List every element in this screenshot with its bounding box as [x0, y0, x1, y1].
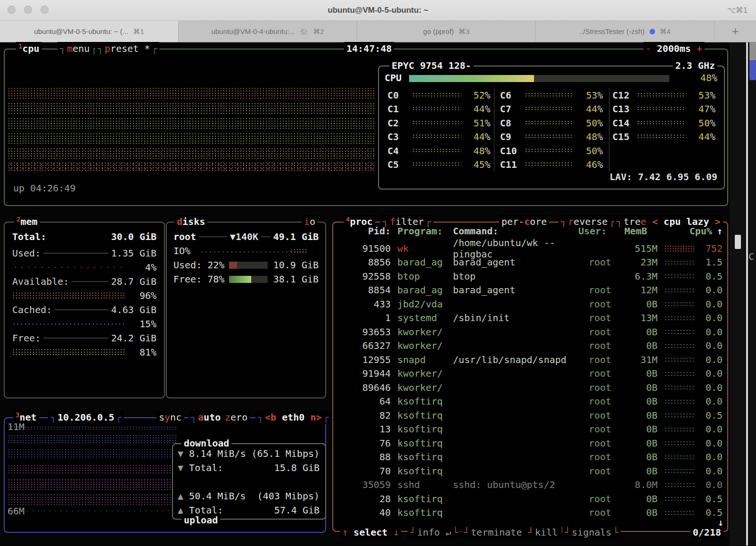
rate-increase-button[interactable]: + — [697, 43, 702, 54]
cpu-total-bar — [409, 75, 669, 82]
process-pid: 8856 — [338, 256, 391, 268]
process-row[interactable]: 12955snapd/usr/lib/snapd/snapdroot31M0.0 — [338, 353, 723, 367]
process-row[interactable]: 76ksoftirqroot0B0.0 — [338, 436, 723, 450]
core-id: C4 — [387, 145, 412, 157]
process-row[interactable]: 64ksoftirqroot0B0.0 — [338, 395, 723, 409]
new-tab-button[interactable]: + — [715, 21, 756, 42]
process-mem: 13M — [627, 312, 657, 323]
process-cpu-meter — [664, 427, 694, 432]
menu-button[interactable]: menu — [58, 42, 99, 55]
core-id: C9 — [500, 131, 525, 142]
cpu-graph-band — [8, 132, 375, 145]
process-pid: 88 — [338, 451, 391, 463]
process-row[interactable]: 82ksoftirqroot0B0.5 — [338, 408, 723, 422]
cpu-total-percent: 48% — [700, 72, 717, 83]
process-program: ksoftirq — [397, 396, 453, 407]
memory-entry-label: Available: — [12, 276, 69, 287]
core-usage-percent: 47% — [691, 103, 715, 115]
process-row[interactable]: 28ksoftirqroot0B0.5 — [338, 492, 723, 506]
core-id: C7 — [500, 103, 525, 115]
process-user: root — [589, 312, 627, 323]
core-id: C11 — [500, 159, 525, 170]
cpu-panel: 1cpu menu preset * 14:47:48 - 2000ms + u… — [4, 49, 728, 206]
scrollbar-thumb[interactable] — [735, 235, 741, 249]
process-mem: 8.0M — [627, 479, 657, 490]
process-mem: 0B — [627, 451, 657, 463]
cpu-graph-band — [8, 102, 375, 115]
core-usage-meter — [525, 134, 574, 140]
window-title: ubuntu@VM-0-5-ubuntu: ~ — [0, 6, 756, 15]
process-cpu: 0.0 — [698, 382, 723, 393]
col-cpu[interactable]: Cpu% — [688, 225, 712, 237]
process-pid: 12955 — [338, 354, 391, 365]
process-cpu: 0.0 — [698, 368, 723, 379]
col-command[interactable]: Command: — [453, 225, 578, 237]
sync-toggle[interactable]: sync — [156, 411, 184, 424]
process-table: 91500wk/home/ubuntu/wk --pingbac515M7528… — [338, 241, 723, 520]
process-program: snapd — [397, 354, 453, 365]
io-mode-button[interactable]: io — [302, 215, 318, 228]
process-mem: 0B — [627, 507, 657, 518]
tab-4[interactable]: ../StressTester (-zsh)⌘4 — [536, 21, 715, 42]
net-scale-bottom: 66M — [8, 505, 25, 517]
select-control[interactable]: ↑ select ↓ — [340, 526, 401, 539]
col-program[interactable]: Program: — [397, 225, 453, 237]
process-row[interactable]: 92558btopbtop6.3M0.5 — [338, 269, 723, 283]
process-row[interactable]: 93653kworker/root0B0.0 — [338, 325, 723, 339]
memory-entry-label-row: Free:24.2 GiB — [12, 331, 156, 345]
col-user[interactable]: User: — [578, 225, 617, 237]
process-pid: 13 — [338, 423, 391, 435]
process-row[interactable]: 89646kworker/root0B0.0 — [338, 381, 723, 395]
core-id: C5 — [387, 159, 412, 170]
next-device-button: n> — [310, 412, 321, 423]
core-grid-divider — [494, 88, 494, 172]
process-row[interactable]: 66327kworker/root0B0.0 — [338, 339, 723, 353]
tab-3[interactable]: go (pprof)⌘3 — [357, 21, 536, 42]
process-cpu: 0.0 — [698, 298, 723, 310]
col-pid[interactable]: Pid: — [338, 225, 391, 237]
network-device-switcher[interactable]: <b eth0 n> — [255, 411, 331, 424]
process-row[interactable]: 91500wk/home/ubuntu/wk --pingbac515M752 — [338, 241, 723, 256]
process-row[interactable]: 13ksoftirqroot0B0.0 — [338, 422, 723, 437]
core-row-c10: C1050% — [495, 144, 608, 158]
core-id: C2 — [387, 117, 412, 129]
minimize-window-button[interactable] — [24, 6, 32, 14]
process-row[interactable]: 35059sshdsshd: ubuntu@pts/28.0M0.0 — [338, 478, 723, 492]
kill-button[interactable]: kill — [526, 526, 567, 539]
rate-decrease-button[interactable]: - — [646, 43, 651, 54]
process-program: btop — [397, 271, 453, 282]
process-row[interactable]: 40ksoftirqroot0B0.5 — [338, 506, 723, 520]
preset-button[interactable]: preset * — [95, 42, 159, 55]
process-row[interactable]: 8854barad_agbarad_agentroot12M0.0 — [338, 283, 723, 298]
process-mem: 0B — [627, 298, 657, 310]
process-table-header: Pid: Program: Command: User: MemB Cpu% ↑ — [338, 225, 723, 237]
terminate-button[interactable]: terminate — [461, 526, 531, 539]
terminal-content: 1cpu menu preset * 14:47:48 - 2000ms + u… — [0, 42, 756, 546]
close-window-button[interactable] — [8, 6, 16, 14]
signals-button[interactable]: signals — [562, 526, 621, 539]
process-mem: 0B — [627, 423, 657, 435]
tab-label: go (pprof) — [423, 27, 454, 35]
process-user: root — [589, 493, 627, 505]
process-pid: 35059 — [338, 479, 391, 490]
process-row[interactable]: 91944kworker/root0B0.0 — [338, 367, 723, 381]
process-row[interactable]: 1systemd/sbin/initroot13M0.0 — [338, 311, 723, 325]
process-row[interactable]: 88ksoftirqroot0B0.0 — [338, 450, 723, 464]
info-button[interactable]: info ↵ — [408, 526, 460, 539]
core-usage-percent: 52% — [466, 90, 491, 101]
process-cpu: 0.0 — [698, 354, 723, 365]
prev-device-button: <b — [265, 412, 276, 423]
zoom-window-button[interactable] — [41, 6, 49, 14]
download-graph-band — [8, 426, 176, 430]
process-row[interactable]: 433jbd2/vdaroot0B0.0 — [338, 297, 723, 311]
process-row[interactable]: 70ksoftirqroot0B0.0 — [338, 464, 723, 478]
tab-2[interactable]: ubuntu@VM-0-4-ubuntu:...⌘2 — [179, 21, 357, 42]
memory-panel: 2mem Total: 30.0 GiB Used:1.35 GiB4%Avai… — [4, 222, 165, 398]
col-mem[interactable]: MemB — [617, 225, 647, 237]
memory-entry-meter — [12, 265, 124, 269]
zero-toggle[interactable]: zero — [222, 411, 250, 424]
scrollbar-thumb-blue[interactable] — [749, 60, 756, 80]
tab-1[interactable]: ubuntu@VM-0-5-ubuntu: ~ (...⌘1 — [0, 21, 179, 42]
process-row[interactable]: 8856barad_agbarad_agentroot23M1.5 — [338, 256, 723, 270]
cpu-total-label: CPU — [385, 72, 402, 83]
